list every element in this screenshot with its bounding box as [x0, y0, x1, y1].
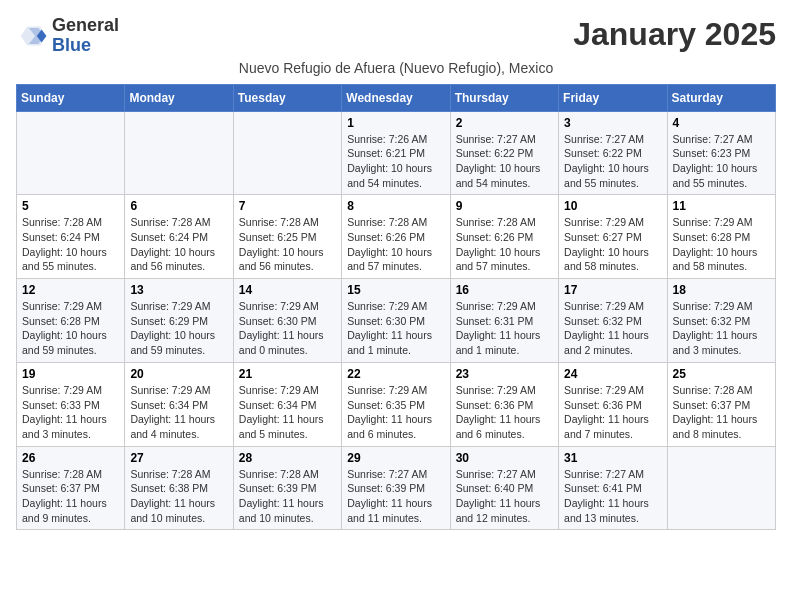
week-row-2: 12Sunrise: 7:29 AMSunset: 6:28 PMDayligh…	[17, 279, 776, 363]
header-tuesday: Tuesday	[233, 84, 341, 111]
day-number: 15	[347, 283, 444, 297]
day-number: 18	[673, 283, 770, 297]
day-cell: 13Sunrise: 7:29 AMSunset: 6:29 PMDayligh…	[125, 279, 233, 363]
day-number: 31	[564, 451, 661, 465]
day-info: Sunrise: 7:28 AMSunset: 6:25 PMDaylight:…	[239, 215, 336, 274]
day-cell	[125, 111, 233, 195]
day-number: 1	[347, 116, 444, 130]
logo-text: General Blue	[52, 16, 119, 56]
day-number: 16	[456, 283, 553, 297]
day-info: Sunrise: 7:28 AMSunset: 6:24 PMDaylight:…	[22, 215, 119, 274]
header-thursday: Thursday	[450, 84, 558, 111]
day-number: 4	[673, 116, 770, 130]
day-info: Sunrise: 7:27 AMSunset: 6:22 PMDaylight:…	[456, 132, 553, 191]
day-info: Sunrise: 7:28 AMSunset: 6:26 PMDaylight:…	[456, 215, 553, 274]
day-number: 24	[564, 367, 661, 381]
week-row-1: 5Sunrise: 7:28 AMSunset: 6:24 PMDaylight…	[17, 195, 776, 279]
day-number: 21	[239, 367, 336, 381]
day-cell: 12Sunrise: 7:29 AMSunset: 6:28 PMDayligh…	[17, 279, 125, 363]
day-info: Sunrise: 7:29 AMSunset: 6:32 PMDaylight:…	[564, 299, 661, 358]
day-info: Sunrise: 7:26 AMSunset: 6:21 PMDaylight:…	[347, 132, 444, 191]
day-cell: 6Sunrise: 7:28 AMSunset: 6:24 PMDaylight…	[125, 195, 233, 279]
day-cell: 11Sunrise: 7:29 AMSunset: 6:28 PMDayligh…	[667, 195, 775, 279]
header-saturday: Saturday	[667, 84, 775, 111]
day-info: Sunrise: 7:29 AMSunset: 6:30 PMDaylight:…	[347, 299, 444, 358]
header-wednesday: Wednesday	[342, 84, 450, 111]
day-info: Sunrise: 7:28 AMSunset: 6:24 PMDaylight:…	[130, 215, 227, 274]
day-info: Sunrise: 7:29 AMSunset: 6:30 PMDaylight:…	[239, 299, 336, 358]
day-number: 9	[456, 199, 553, 213]
day-cell	[233, 111, 341, 195]
header-sunday: Sunday	[17, 84, 125, 111]
day-info: Sunrise: 7:28 AMSunset: 6:37 PMDaylight:…	[22, 467, 119, 526]
week-row-0: 1Sunrise: 7:26 AMSunset: 6:21 PMDaylight…	[17, 111, 776, 195]
day-info: Sunrise: 7:29 AMSunset: 6:36 PMDaylight:…	[456, 383, 553, 442]
header-monday: Monday	[125, 84, 233, 111]
day-cell: 5Sunrise: 7:28 AMSunset: 6:24 PMDaylight…	[17, 195, 125, 279]
day-info: Sunrise: 7:28 AMSunset: 6:37 PMDaylight:…	[673, 383, 770, 442]
day-cell	[17, 111, 125, 195]
day-cell: 25Sunrise: 7:28 AMSunset: 6:37 PMDayligh…	[667, 362, 775, 446]
day-info: Sunrise: 7:29 AMSunset: 6:28 PMDaylight:…	[673, 215, 770, 274]
day-info: Sunrise: 7:28 AMSunset: 6:26 PMDaylight:…	[347, 215, 444, 274]
calendar-header-row: SundayMondayTuesdayWednesdayThursdayFrid…	[17, 84, 776, 111]
day-info: Sunrise: 7:29 AMSunset: 6:28 PMDaylight:…	[22, 299, 119, 358]
day-cell: 23Sunrise: 7:29 AMSunset: 6:36 PMDayligh…	[450, 362, 558, 446]
day-number: 17	[564, 283, 661, 297]
day-cell: 1Sunrise: 7:26 AMSunset: 6:21 PMDaylight…	[342, 111, 450, 195]
page-header: General Blue January 2025	[16, 16, 776, 56]
day-number: 7	[239, 199, 336, 213]
subtitle: Nuevo Refugio de Afuera (Nuevo Refugio),…	[16, 60, 776, 76]
day-cell: 26Sunrise: 7:28 AMSunset: 6:37 PMDayligh…	[17, 446, 125, 530]
day-cell: 9Sunrise: 7:28 AMSunset: 6:26 PMDaylight…	[450, 195, 558, 279]
day-info: Sunrise: 7:28 AMSunset: 6:38 PMDaylight:…	[130, 467, 227, 526]
day-info: Sunrise: 7:29 AMSunset: 6:35 PMDaylight:…	[347, 383, 444, 442]
day-cell: 31Sunrise: 7:27 AMSunset: 6:41 PMDayligh…	[559, 446, 667, 530]
day-number: 13	[130, 283, 227, 297]
day-number: 27	[130, 451, 227, 465]
day-number: 8	[347, 199, 444, 213]
day-info: Sunrise: 7:29 AMSunset: 6:36 PMDaylight:…	[564, 383, 661, 442]
week-row-3: 19Sunrise: 7:29 AMSunset: 6:33 PMDayligh…	[17, 362, 776, 446]
day-cell: 4Sunrise: 7:27 AMSunset: 6:23 PMDaylight…	[667, 111, 775, 195]
day-number: 2	[456, 116, 553, 130]
day-number: 14	[239, 283, 336, 297]
day-number: 5	[22, 199, 119, 213]
month-title: January 2025	[573, 16, 776, 53]
day-info: Sunrise: 7:29 AMSunset: 6:33 PMDaylight:…	[22, 383, 119, 442]
calendar-table: SundayMondayTuesdayWednesdayThursdayFrid…	[16, 84, 776, 531]
header-friday: Friday	[559, 84, 667, 111]
day-cell: 28Sunrise: 7:28 AMSunset: 6:39 PMDayligh…	[233, 446, 341, 530]
day-cell: 8Sunrise: 7:28 AMSunset: 6:26 PMDaylight…	[342, 195, 450, 279]
day-info: Sunrise: 7:29 AMSunset: 6:31 PMDaylight:…	[456, 299, 553, 358]
day-info: Sunrise: 7:29 AMSunset: 6:34 PMDaylight:…	[239, 383, 336, 442]
logo-icon	[16, 20, 48, 52]
day-cell: 10Sunrise: 7:29 AMSunset: 6:27 PMDayligh…	[559, 195, 667, 279]
day-cell: 7Sunrise: 7:28 AMSunset: 6:25 PMDaylight…	[233, 195, 341, 279]
day-cell: 21Sunrise: 7:29 AMSunset: 6:34 PMDayligh…	[233, 362, 341, 446]
day-cell: 30Sunrise: 7:27 AMSunset: 6:40 PMDayligh…	[450, 446, 558, 530]
day-info: Sunrise: 7:29 AMSunset: 6:32 PMDaylight:…	[673, 299, 770, 358]
day-cell: 15Sunrise: 7:29 AMSunset: 6:30 PMDayligh…	[342, 279, 450, 363]
day-number: 11	[673, 199, 770, 213]
day-info: Sunrise: 7:27 AMSunset: 6:39 PMDaylight:…	[347, 467, 444, 526]
day-cell: 16Sunrise: 7:29 AMSunset: 6:31 PMDayligh…	[450, 279, 558, 363]
day-info: Sunrise: 7:27 AMSunset: 6:23 PMDaylight:…	[673, 132, 770, 191]
day-number: 29	[347, 451, 444, 465]
day-number: 23	[456, 367, 553, 381]
day-cell: 18Sunrise: 7:29 AMSunset: 6:32 PMDayligh…	[667, 279, 775, 363]
day-cell: 17Sunrise: 7:29 AMSunset: 6:32 PMDayligh…	[559, 279, 667, 363]
day-cell: 27Sunrise: 7:28 AMSunset: 6:38 PMDayligh…	[125, 446, 233, 530]
day-number: 12	[22, 283, 119, 297]
day-info: Sunrise: 7:29 AMSunset: 6:29 PMDaylight:…	[130, 299, 227, 358]
day-cell: 3Sunrise: 7:27 AMSunset: 6:22 PMDaylight…	[559, 111, 667, 195]
day-info: Sunrise: 7:28 AMSunset: 6:39 PMDaylight:…	[239, 467, 336, 526]
day-info: Sunrise: 7:27 AMSunset: 6:41 PMDaylight:…	[564, 467, 661, 526]
day-cell	[667, 446, 775, 530]
day-cell: 22Sunrise: 7:29 AMSunset: 6:35 PMDayligh…	[342, 362, 450, 446]
day-number: 6	[130, 199, 227, 213]
day-cell: 20Sunrise: 7:29 AMSunset: 6:34 PMDayligh…	[125, 362, 233, 446]
logo: General Blue	[16, 16, 119, 56]
day-cell: 2Sunrise: 7:27 AMSunset: 6:22 PMDaylight…	[450, 111, 558, 195]
day-number: 10	[564, 199, 661, 213]
